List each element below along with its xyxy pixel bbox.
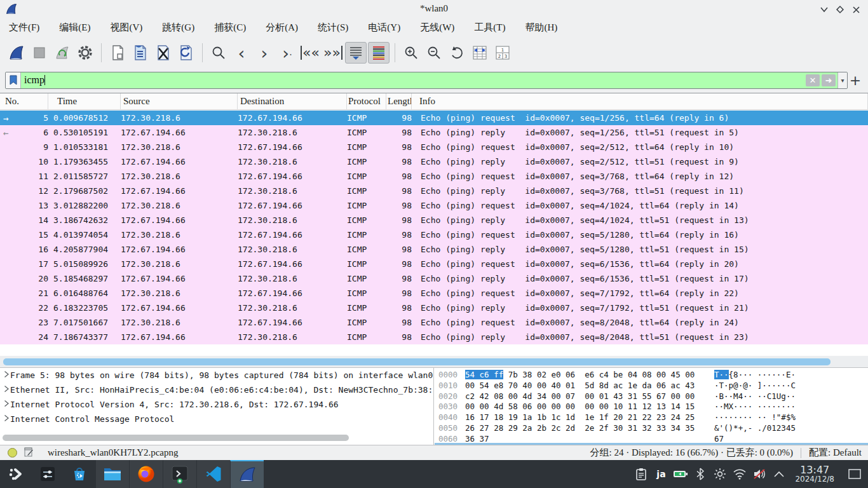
packet-row-15[interactable]: 154.013974054172.30.218.6172.67.194.66IC… [0,227,868,242]
detail-row-1[interactable]: Ethernet II, Src: HonHaiPrecis_c4:be:04 … [0,383,433,397]
packet-row-23[interactable]: 237.017501667172.30.218.6172.67.194.66IC… [0,315,868,330]
terminal-task[interactable] [163,460,196,488]
next-packet-icon[interactable]: › [254,42,275,64]
reload-file-icon[interactable] [175,42,197,64]
menu-item-6[interactable]: 统计(S) [316,20,349,35]
column-header-protocol[interactable]: Protocol [347,93,386,109]
detail-row-2[interactable]: Internet Protocol Version 4, Src: 172.30… [0,397,433,412]
packet-row-11[interactable]: 112.011585727172.30.218.6172.67.194.66IC… [0,169,868,184]
zoom-reset-icon[interactable] [446,42,468,64]
profile-selector[interactable]: 配置: Default [809,447,862,459]
column-header-no[interactable]: No. [0,93,48,109]
discover-button[interactable] [64,460,95,488]
hex-row-0030[interactable]: 003000 00 4d 58 06 00 00 00 00 00 10 11 … [438,402,868,412]
packet-row-16[interactable]: 164.205877904172.67.194.66172.30.218.6IC… [0,242,868,257]
menu-item-2[interactable]: 视图(V) [109,20,144,35]
menu-item-4[interactable]: 捕获(C) [213,20,247,35]
column-header-destination[interactable]: Destination [238,93,347,109]
restart-capture-icon[interactable] [51,42,73,64]
expand-chevron-icon[interactable] [0,414,10,424]
packet-row-21[interactable]: 216.016488764172.30.218.6172.67.194.66IC… [0,286,868,301]
packet-row-5[interactable]: →50.009678512172.30.218.6172.67.194.66IC… [0,111,868,125]
menu-item-10[interactable]: 帮助(H) [524,20,559,35]
column-header-source[interactable]: Source [121,93,238,109]
hex-row-0050[interactable]: 005026 27 28 29 2a 2b 2c 2d 2e 2f 30 31 … [438,423,868,434]
last-packet-icon[interactable]: »» [322,42,344,64]
prev-packet-icon[interactable]: ‹ [231,42,252,64]
stop-capture-icon[interactable] [29,42,50,64]
wireshark-task[interactable] [230,460,264,488]
keyboard-layout-indicator[interactable]: ja [653,466,668,482]
close-button[interactable] [849,4,863,15]
file-manager-task[interactable] [95,460,129,488]
packet-row-9[interactable]: 91.010533181172.30.218.6172.67.194.66ICM… [0,140,868,154]
close-file-icon[interactable] [153,42,174,64]
packet-row-14[interactable]: 143.186742632172.67.194.66172.30.218.6IC… [0,213,868,227]
packet-list-hscrollbar[interactable] [0,356,868,367]
packet-row-10[interactable]: 101.179363455172.67.194.66172.30.218.6IC… [0,154,868,169]
show-desktop-button[interactable] [846,464,863,484]
battery-icon[interactable] [673,466,688,482]
filter-value[interactable]: icmp [21,74,806,86]
hex-row-0010[interactable]: 001000 54 e8 70 40 00 40 01 5d 8d ac 1e … [438,381,868,391]
packet-list-hscrollbar-thumb[interactable] [3,358,831,365]
zoom-in-icon[interactable] [400,42,422,64]
filter-clear-button[interactable]: ✕ [806,74,820,86]
tray-expander-icon[interactable] [771,466,787,482]
minimize-button[interactable] [817,4,831,15]
layout-icon[interactable]: 123 [492,42,513,64]
packet-row-12[interactable]: 122.179687502172.67.194.66172.30.218.6IC… [0,184,868,198]
display-filter-input[interactable]: icmp ✕ ➜ ▾ [5,72,848,89]
open-file-icon[interactable] [107,42,128,64]
menu-item-1[interactable]: 编辑(E) [58,20,92,35]
find-packet-icon[interactable] [208,42,229,64]
detail-row-3[interactable]: Internet Control Message Protocol [0,412,433,426]
packet-row-17[interactable]: 175.015089926172.30.218.6172.67.194.66IC… [0,257,868,271]
bluetooth-icon[interactable] [693,466,708,482]
start-capture-icon[interactable] [6,42,27,64]
hex-row-0000[interactable]: 000054 c6 ff 7b 38 02 e0 06 e6 c4 be 04 … [438,370,868,381]
save-file-icon[interactable] [130,42,151,64]
hex-row-0040[interactable]: 004016 17 18 19 1a 1b 1c 1d 1e 1f 20 21 … [438,412,868,423]
menu-item-8[interactable]: 无线(W) [419,20,456,35]
system-settings-button[interactable] [32,460,64,488]
menu-item-5[interactable]: 分析(A) [264,20,299,35]
column-header-info[interactable]: Info [412,93,868,109]
hex-row-0020[interactable]: 0020c2 42 08 00 4d 34 00 07 00 01 43 31 … [438,391,868,402]
capture-comment-icon[interactable] [24,447,34,459]
app-launcher-button[interactable] [0,460,32,488]
first-packet-icon[interactable]: «« [299,42,321,64]
vscode-task[interactable] [196,460,230,488]
expand-chevron-icon[interactable] [0,370,10,380]
clock[interactable]: 13:47 2024/12/8 [795,464,834,484]
brightness-icon[interactable] [712,466,728,482]
menu-item-3[interactable]: 跳转(G) [161,20,196,35]
packet-row-6[interactable]: ←60.530105191172.67.194.66172.30.218.6IC… [0,125,868,140]
menu-item-0[interactable]: 文件(F) [8,20,41,35]
packet-row-13[interactable]: 133.012882200172.30.218.6172.67.194.66IC… [0,198,868,213]
wifi-icon[interactable] [732,466,747,482]
filter-apply-button[interactable]: ➜ [822,74,836,86]
filter-dropdown-caret[interactable]: ▾ [837,72,847,88]
details-hscrollbar-thumb[interactable] [3,435,349,441]
expand-chevron-icon[interactable] [0,400,10,409]
menu-item-7[interactable]: 电话(Y) [367,20,402,35]
packet-row-20[interactable]: 205.185468297172.67.194.66172.30.218.6IC… [0,271,868,286]
detail-row-0[interactable]: Frame 5: 98 bytes on wire (784 bits), 98… [0,368,433,383]
packet-row-22[interactable]: 226.183223705172.67.194.66172.30.218.6IC… [0,301,868,315]
filter-bookmark-icon[interactable] [6,72,21,88]
capture-options-icon[interactable] [74,42,96,64]
capture-file-name[interactable]: wireshark_wlan0KH7LY2.pcapng [48,447,179,458]
resize-columns-icon[interactable] [469,42,491,64]
expert-info-icon[interactable] [8,448,17,458]
colorize-toggle[interactable] [368,42,390,64]
filter-add-button[interactable]: + [848,72,863,88]
zoom-out-icon[interactable] [423,42,445,64]
volume-muted-icon[interactable] [752,466,767,482]
packet-row-24[interactable]: 247.186743377172.67.194.66172.30.218.6IC… [0,330,868,344]
auto-scroll-toggle[interactable] [345,42,367,64]
firefox-task[interactable] [129,460,163,488]
expand-chevron-icon[interactable] [0,385,10,395]
menu-item-9[interactable]: 工具(T) [473,20,506,35]
column-header-length[interactable]: Length [386,93,412,109]
